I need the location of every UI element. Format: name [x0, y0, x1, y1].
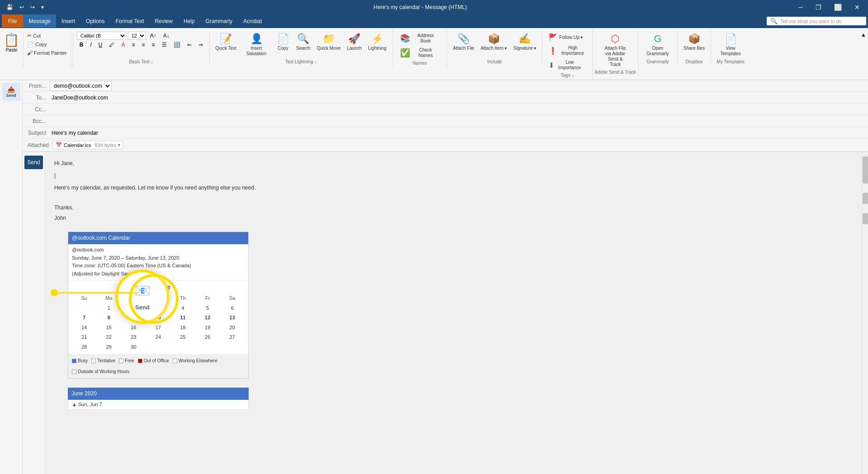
left-sidebar: 📤 Send: [0, 80, 23, 474]
scrollbar-thumb2[interactable]: [863, 193, 868, 204]
menu-grammarly[interactable]: Grammarly: [200, 14, 238, 28]
menu-format-text[interactable]: Format Text: [110, 14, 149, 28]
attach-file-adobe-button[interactable]: ⬡ Attach File via Adobe Send & Track: [599, 32, 631, 69]
font-color-button[interactable]: A: [118, 41, 127, 49]
attached-label: Attached: [25, 142, 52, 148]
cut-button[interactable]: ✂ Cut: [25, 32, 69, 40]
quick-access-redo[interactable]: ↪: [28, 3, 37, 11]
quick-access-more[interactable]: ▾: [39, 3, 46, 11]
title-bar-left: 💾 ↩ ↪ ▾: [5, 3, 46, 11]
send-nav-button[interactable]: 📤 Send: [2, 83, 20, 101]
sun-expand[interactable]: ▲: [72, 402, 77, 407]
menu-message[interactable]: Message: [23, 14, 56, 28]
open-grammarly-button[interactable]: G Open Grammarly: [642, 32, 674, 58]
check-names-button[interactable]: ✅ Check Names: [398, 46, 441, 60]
from-select[interactable]: demo@outlook.com: [50, 81, 112, 91]
restore-button[interactable]: ❐: [812, 2, 825, 13]
quick-move-button[interactable]: 📁 Quick Move: [315, 32, 343, 52]
font-size-select[interactable]: 12: [128, 32, 146, 40]
signature-button[interactable]: ✍ Signature ▾: [511, 32, 539, 52]
increase-font-button[interactable]: A↑: [147, 32, 159, 40]
ribbon-group-basic-text: Calibri (B 12 A↑ A↓ B I U 🖊 A ≡ ≡ ≡ ☰ 🔢 …: [73, 30, 210, 66]
align-center-button[interactable]: ≡: [139, 41, 147, 49]
attachment-chip[interactable]: 📅 Calendar.ics 834 bytes ▾: [52, 141, 123, 149]
cal-day-cell: [220, 342, 245, 352]
attach-file-button[interactable]: 📎 Attach File: [451, 32, 476, 52]
closing-text: Thanks,: [54, 204, 859, 212]
cal-day-cell: 8: [97, 313, 122, 323]
ribbon-group-grammarly: G Open Grammarly Grammarly: [638, 30, 678, 66]
decrease-font-button[interactable]: A↓: [160, 32, 172, 40]
copy-button[interactable]: 📄 Copy: [25, 40, 69, 48]
decrease-indent-button[interactable]: ⇐: [184, 41, 194, 49]
cal-day-cell: 11: [170, 313, 195, 323]
cal-date-range: Sunday, June 7, 2020 – Saturday, June 13…: [72, 254, 245, 262]
close-button[interactable]: ✕: [851, 2, 863, 13]
scrollbar-thumb3[interactable]: [863, 213, 868, 224]
cal-legend: Busy Tentative Free Out of Office: [68, 354, 248, 378]
bold-button[interactable]: B: [77, 41, 86, 49]
to-input[interactable]: [50, 93, 868, 102]
menu-options[interactable]: Options: [80, 14, 110, 28]
menu-insert[interactable]: Insert: [56, 14, 80, 28]
copy-tl-button[interactable]: 📄 Copy: [274, 32, 292, 52]
attachment-dropdown-icon[interactable]: ▾: [118, 142, 120, 147]
format-painter-button[interactable]: 🖌 Format Painter: [25, 49, 69, 57]
follow-up-button[interactable]: 🚩 Follow Up ▾: [546, 32, 585, 43]
share-files-button[interactable]: 📦 Share files: [681, 32, 707, 52]
launch-button[interactable]: 🚀 Launch: [344, 32, 364, 52]
menu-review[interactable]: Review: [150, 14, 178, 28]
sun-header: ▲ Sun, Jun 7: [68, 400, 249, 410]
font-family-select[interactable]: Calibri (B: [77, 32, 127, 40]
cal-day-cell: 23: [121, 332, 146, 342]
quick-text-button[interactable]: 📝 Quick Text: [213, 32, 239, 52]
high-importance-button[interactable]: ❗ High Importance: [546, 44, 589, 57]
menu-acrobat[interactable]: Acrobat: [238, 14, 267, 28]
quick-access-save[interactable]: 💾: [5, 3, 15, 11]
align-left-button[interactable]: ≡: [129, 41, 137, 49]
ribbon-group-tags: 🚩 Follow Up ▾ ❗ High Importance ⬇ Low Im…: [542, 30, 593, 80]
subject-input[interactable]: [50, 128, 868, 137]
scrollbar-track[interactable]: [862, 152, 868, 474]
lightning-button[interactable]: ⚡ Lightning: [366, 32, 389, 52]
increase-indent-button[interactable]: ⇒: [196, 41, 206, 49]
cal-day-cell: [195, 342, 220, 352]
view-templates-button[interactable]: 📄 View Templates: [715, 32, 746, 58]
bcc-input[interactable]: [50, 117, 868, 126]
font-controls-row1: Calibri (B 12 A↑ A↓: [77, 32, 172, 40]
cc-input[interactable]: [50, 105, 868, 114]
search-bar-placeholder[interactable]: Tell me what you want to do: [780, 19, 842, 24]
maximize-button[interactable]: ⬜: [830, 2, 845, 13]
text-highlight-button[interactable]: 🖊: [106, 41, 117, 49]
attach-item-button[interactable]: 📦 Attach Item ▾: [478, 32, 509, 52]
tags-expand[interactable]: ⬦: [571, 73, 574, 78]
ribbon-collapse-button[interactable]: ▲: [859, 30, 868, 40]
paste-button[interactable]: 📋 Paste: [2, 32, 21, 53]
italic-button[interactable]: I: [87, 41, 94, 49]
menu-help[interactable]: Help: [178, 14, 200, 28]
search-tl-button[interactable]: 🔍 Search: [294, 32, 313, 52]
cal-day-cell: [146, 342, 171, 352]
send-button[interactable]: Send: [24, 156, 42, 169]
text-lightning-expand[interactable]: ⬦: [314, 59, 317, 64]
numbering-button[interactable]: 🔢: [171, 41, 183, 49]
align-right-button[interactable]: ≡: [149, 41, 157, 49]
quick-access-undo[interactable]: ↩: [18, 3, 26, 11]
ribbon-group-names: 📚 Address Book ✅ Check Names Names: [393, 30, 447, 67]
basic-text-expand[interactable]: ⬦: [151, 59, 153, 64]
insert-salutation-button[interactable]: 👤 Insert Salutation: [241, 32, 272, 58]
cursor-line: |: [54, 171, 859, 180]
bullets-button[interactable]: ☰: [159, 41, 170, 49]
ribbon-group-text-lightning: 📝 Quick Text 👤 Insert Salutation 📄 Copy …: [210, 30, 393, 66]
menu-file[interactable]: File: [2, 14, 23, 28]
scrollbar-thumb[interactable]: [863, 156, 868, 184]
menu-bar: File Message Insert Options Format Text …: [0, 14, 868, 28]
font-controls-row2: B I U 🖊 A ≡ ≡ ≡ ☰ 🔢 ⇐ ⇒: [77, 41, 206, 49]
email-body[interactable]: Hi Jane, | Here's my calendar, as reques…: [45, 152, 868, 474]
low-importance-button[interactable]: ⬇ Low Importance: [546, 58, 585, 72]
to-row: To...: [23, 92, 868, 104]
address-book-button[interactable]: 📚 Address Book: [398, 32, 441, 45]
day-su: Su: [72, 294, 97, 303]
underline-button[interactable]: U: [96, 41, 105, 49]
minimize-button[interactable]: ─: [795, 2, 807, 13]
